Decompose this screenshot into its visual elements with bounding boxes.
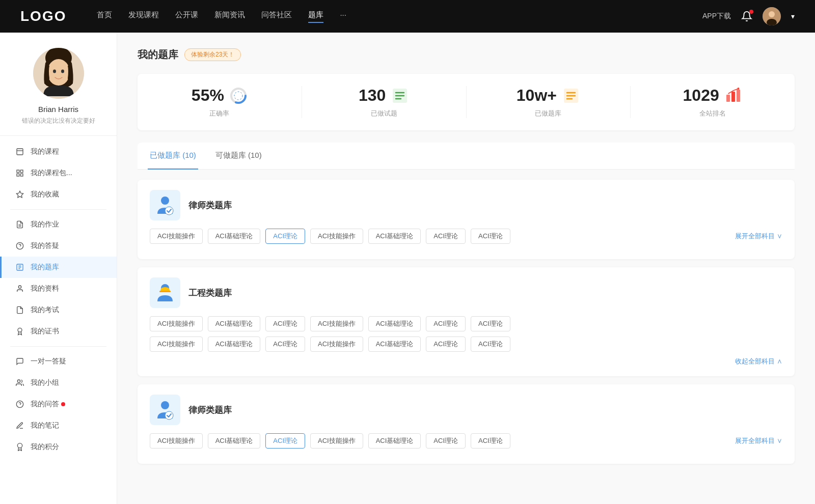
svg-point-5 [47, 59, 70, 86]
sidebar-label-notes: 我的笔记 [31, 421, 59, 430]
notification-bell[interactable] [741, 11, 752, 22]
sidebar-item-exam[interactable]: 我的考试 [0, 299, 117, 321]
stat-done-questions-number: 130 [359, 86, 386, 105]
eng-tag-6[interactable]: ACI理论 [471, 316, 510, 331]
eng-tag-r2-6[interactable]: ACI理论 [471, 337, 510, 352]
sidebar-label-certificate: 我的证书 [31, 327, 59, 336]
notes-icon [15, 421, 24, 430]
notification-dot [749, 10, 753, 14]
svg-point-48 [161, 401, 169, 409]
tag-6[interactable]: ACI理论 [471, 229, 510, 244]
sidebar-item-homework[interactable]: 我的作业 [0, 214, 117, 235]
nav-testbank[interactable]: 题库 [308, 10, 323, 23]
law2-tag-5[interactable]: ACI理论 [426, 433, 466, 449]
sidebar-item-1on1[interactable]: 一对一答疑 [0, 351, 117, 372]
law2-tag-2[interactable]: ACI理论 [265, 433, 305, 449]
svg-point-28 [17, 443, 22, 448]
eng-tag-r2-3[interactable]: ACI技能操作 [310, 337, 363, 352]
nav-home[interactable]: 首页 [97, 10, 112, 23]
sidebar-item-qa[interactable]: 我的答疑 [0, 235, 117, 257]
bank-tags-lawyer-1: ACI技能操作 ACI基础理论 ACI理论 ACI技能操作 ACI基础理论 AC… [150, 229, 782, 244]
eng-tag-1[interactable]: ACI基础理论 [208, 316, 261, 331]
logo[interactable]: LOGO [20, 8, 66, 24]
bank-tags-engineer-row1: ACI技能操作 ACI基础理论 ACI理论 ACI技能操作 ACI基础理论 AC… [150, 316, 782, 331]
sidebar-label-myqa: 我的问答 [31, 400, 59, 409]
page-layout: Brian Harris 错误的决定比没有决定要好 我的课程 我的课程包... [0, 33, 815, 504]
sidebar-item-favorite[interactable]: 我的收藏 [0, 184, 117, 205]
sidebar-item-certificate[interactable]: 我的证书 [0, 321, 117, 342]
tag-5[interactable]: ACI理论 [426, 229, 466, 244]
eng-tag-3[interactable]: ACI技能操作 [310, 316, 363, 331]
law2-tag-4[interactable]: ACI基础理论 [368, 433, 421, 449]
app-download-btn[interactable]: APP下载 [702, 12, 731, 21]
tag-0[interactable]: ACI技能操作 [150, 229, 203, 244]
svg-point-24 [18, 328, 22, 332]
sidebar-item-points[interactable]: 我的积分 [0, 436, 117, 458]
sidebar-profile: Brian Harris 错误的决定比没有决定要好 [0, 48, 117, 136]
stat-rank-label: 全站排名 [699, 109, 726, 118]
law2-tag-0[interactable]: ACI技能操作 [150, 433, 203, 449]
tab-done[interactable]: 已做题库 (10) [148, 143, 198, 170]
expand-link-lawyer-2[interactable]: 展开全部科目 ∨ [735, 436, 782, 445]
eng-tag-r2-4[interactable]: ACI基础理论 [368, 337, 421, 352]
eng-tag-2[interactable]: ACI理论 [265, 316, 305, 331]
sidebar-item-coursepack[interactable]: 我的课程包... [0, 162, 117, 184]
eng-tag-r2-2[interactable]: ACI理论 [265, 337, 305, 352]
accuracy-chart-icon [229, 87, 248, 105]
sidebar-label-1on1: 一对一答疑 [31, 357, 66, 366]
user-dropdown-arrow[interactable]: ▾ [791, 12, 795, 20]
law2-tag-6[interactable]: ACI理论 [471, 433, 510, 449]
tab-available[interactable]: 可做题库 (10) [213, 143, 264, 170]
stat-done-questions-top: 130 [359, 86, 409, 105]
svg-point-44 [161, 197, 169, 205]
user-avatar[interactable] [763, 7, 781, 25]
nav-menu: 首页 发现课程 公开课 新闻资讯 问答社区 题库 ··· [97, 10, 702, 23]
sidebar-item-testbank[interactable]: 我的题库 [0, 257, 117, 278]
sidebar-item-group[interactable]: 我的小组 [0, 372, 117, 394]
eng-tag-r2-1[interactable]: ACI基础理论 [208, 337, 261, 352]
nav-more[interactable]: ··· [340, 10, 346, 23]
stat-rank-top: 1029 [683, 86, 743, 105]
svg-point-1 [769, 11, 775, 17]
tag-1[interactable]: ACI基础理论 [208, 229, 261, 244]
sidebar: Brian Harris 错误的决定比没有决定要好 我的课程 我的课程包... [0, 33, 117, 504]
svg-rect-13 [20, 174, 23, 176]
collapse-link-engineer[interactable]: 收起全部科目 ∧ [150, 357, 782, 366]
tag-4[interactable]: ACI基础理论 [368, 229, 421, 244]
bank-section-engineer: 工程类题库 ACI技能操作 ACI基础理论 ACI理论 ACI技能操作 ACI基… [138, 267, 795, 376]
sidebar-label-group: 我的小组 [31, 378, 59, 387]
myqa-icon [15, 400, 24, 409]
nav-opencourse[interactable]: 公开课 [175, 10, 198, 23]
tag-2[interactable]: ACI理论 [265, 229, 305, 244]
svg-rect-11 [20, 170, 23, 173]
sidebar-item-profile[interactable]: 我的资料 [0, 278, 117, 299]
sidebar-divider-2 [10, 346, 106, 347]
law2-tag-3[interactable]: ACI技能操作 [310, 433, 363, 449]
nav-news[interactable]: 新闻资讯 [214, 10, 245, 23]
nav-discover[interactable]: 发现课程 [128, 10, 159, 23]
stat-rank-number: 1029 [683, 86, 719, 105]
expand-link-lawyer-1[interactable]: 展开全部科目 ∨ [735, 232, 782, 241]
eng-tag-0[interactable]: ACI技能操作 [150, 316, 203, 331]
tag-3[interactable]: ACI技能操作 [310, 229, 363, 244]
trial-badge: 体验剩余23天！ [184, 48, 241, 61]
stat-accuracy-number: 55% [192, 86, 224, 105]
stat-done-banks-label: 已做题库 [535, 109, 561, 118]
eng-tag-5[interactable]: ACI理论 [426, 316, 466, 331]
qa-icon [15, 241, 24, 250]
law2-tag-1[interactable]: ACI基础理论 [208, 433, 261, 449]
sidebar-item-course[interactable]: 我的课程 [0, 141, 117, 162]
svg-rect-42 [737, 90, 740, 102]
questions-icon [391, 87, 409, 105]
profile-name: Brian Harris [10, 105, 106, 114]
eng-tag-r2-5[interactable]: ACI理论 [426, 337, 466, 352]
eng-tag-r2-0[interactable]: ACI技能操作 [150, 337, 203, 352]
1on1-icon [15, 357, 24, 366]
nav-qa[interactable]: 问答社区 [261, 10, 292, 23]
eng-tag-4[interactable]: ACI基础理论 [368, 316, 421, 331]
sidebar-item-myqa[interactable]: 我的问答 [0, 394, 117, 415]
svg-rect-10 [17, 170, 19, 173]
sidebar-item-notes[interactable]: 我的笔记 [0, 415, 117, 436]
svg-marker-14 [16, 191, 23, 198]
navbar: LOGO 首页 发现课程 公开课 新闻资讯 问答社区 题库 ··· APP下载 … [0, 0, 815, 33]
